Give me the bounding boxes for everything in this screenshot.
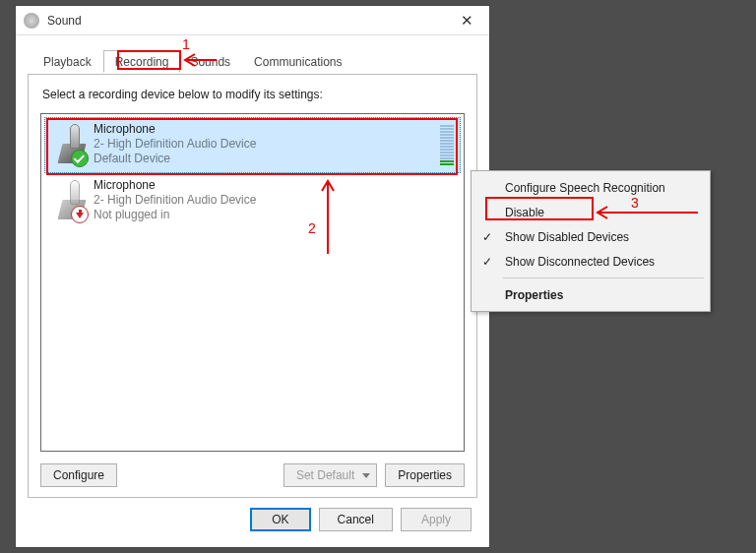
device-status: Default Device (94, 152, 437, 166)
device-item-selected[interactable]: Microphone 2- High Definition Audio Devi… (44, 117, 461, 173)
properties-button[interactable]: Properties (385, 463, 465, 487)
status-ok-icon (71, 150, 89, 167)
status-unplugged-icon (71, 206, 89, 223)
sound-dialog: Sound ✕ Playback Recording Sounds Commun… (15, 5, 490, 548)
tab-communications[interactable]: Communications (242, 50, 353, 73)
tab-strip: Playback Recording Sounds Communications (32, 50, 477, 73)
device-list[interactable]: Microphone 2- High Definition Audio Devi… (40, 113, 465, 452)
menu-separator (503, 277, 704, 278)
dialog-content: Playback Recording Sounds Communications… (16, 35, 489, 547)
microphone-icon (51, 124, 91, 165)
configure-button[interactable]: Configure (40, 463, 117, 487)
tab-playback[interactable]: Playback (32, 50, 103, 73)
device-item[interactable]: Microphone 2- High Definition Audio Devi… (44, 173, 461, 229)
context-menu[interactable]: Configure Speech Recognition Disable Sho… (471, 170, 711, 312)
microphone-icon (51, 180, 91, 221)
device-text: Microphone 2- High Definition Audio Devi… (94, 122, 437, 166)
sound-icon (24, 13, 39, 29)
tab-recording[interactable]: Recording (103, 50, 181, 73)
device-name: Microphone (94, 122, 437, 137)
menu-show-disabled[interactable]: Show Disabled Devices (473, 224, 708, 249)
window-title: Sound (47, 14, 82, 28)
recording-panel: Select a recording device below to modif… (28, 74, 477, 498)
menu-properties[interactable]: Properties (473, 282, 708, 307)
menu-configure-speech[interactable]: Configure Speech Recognition (473, 175, 708, 200)
close-button[interactable]: ✕ (445, 6, 489, 35)
device-status: Not plugged in (94, 208, 454, 222)
set-default-button[interactable]: Set Default (284, 463, 377, 487)
tab-sounds[interactable]: Sounds (178, 50, 242, 73)
cancel-button[interactable]: Cancel (319, 508, 393, 531)
panel-instruction: Select a recording device below to modif… (42, 88, 465, 101)
device-name: Microphone (94, 178, 454, 193)
menu-disable[interactable]: Disable (473, 200, 708, 224)
titlebar[interactable]: Sound ✕ (16, 6, 489, 35)
device-subtitle: 2- High Definition Audio Device (94, 137, 437, 152)
panel-button-row: Configure Set Default Properties (40, 463, 465, 487)
menu-show-disconnected[interactable]: Show Disconnected Devices (473, 249, 708, 274)
device-text: Microphone 2- High Definition Audio Devi… (94, 178, 454, 222)
ok-button[interactable]: OK (250, 508, 310, 531)
dialog-button-row: OK Cancel Apply (28, 508, 477, 547)
device-subtitle: 2- High Definition Audio Device (94, 193, 454, 208)
volume-meter (440, 124, 454, 165)
apply-button[interactable]: Apply (401, 508, 472, 531)
